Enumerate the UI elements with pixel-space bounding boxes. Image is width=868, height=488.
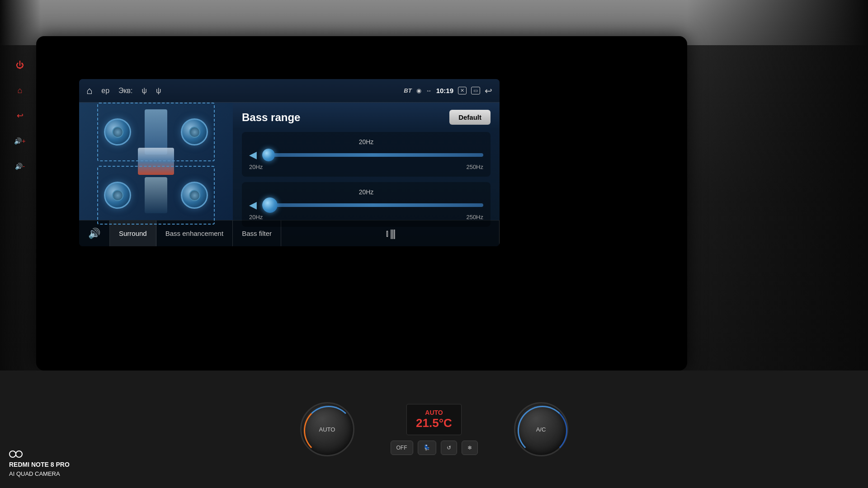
speaker-inner-tl — [112, 127, 123, 138]
control-buttons: OFF 💺 ↺ ❄ — [391, 441, 478, 455]
speaker-inner-bl — [112, 190, 123, 201]
back-side-button[interactable]: ↩ — [14, 109, 26, 122]
car-controls: AUTO AUTO 21.5°C OFF 💺 ↺ ❄ A/C — [0, 371, 868, 488]
screen: ⌂ ер Экв: ψ ψ BT ◉ ↔ 10:19 ✕ ▭ ↩ — [79, 79, 500, 246]
speaker-visual — [88, 94, 224, 229]
close-btn[interactable]: ✕ — [458, 87, 467, 94]
right-panel: Bass range Default 20Hz ◀ 20Hz 250Hz — [233, 103, 500, 220]
default-button[interactable]: Default — [449, 110, 491, 125]
right-ac-dial[interactable]: A/C — [514, 402, 568, 456]
speaker-inner-tr — [189, 127, 200, 138]
temp-value: 21.5°C — [416, 416, 452, 430]
slider2-arrow: ◀ — [249, 199, 257, 211]
slider1-min: 20Hz — [249, 164, 263, 170]
side-buttons: MIC ⏻ ⌂ ↩ 🔊+ 🔊- — [14, 59, 26, 173]
slider2-min: 20Hz — [249, 214, 263, 221]
tab-surround-label: Surround — [119, 230, 147, 237]
air-recirculate-button[interactable]: ↺ — [441, 441, 457, 455]
lens-2 — [15, 450, 23, 458]
panel-header: Bass range Default — [242, 110, 491, 125]
screen-bezel: ⌂ ер Экв: ψ ψ BT ◉ ↔ 10:19 ✕ ▭ ↩ — [36, 36, 687, 371]
defrost-button[interactable]: ❄ — [462, 441, 478, 455]
dial-arc-right — [518, 406, 567, 455]
speaker-box-bottom — [97, 166, 215, 225]
camera-type: AI QUAD CAMERA — [9, 469, 70, 479]
speaker-bottom-left[interactable] — [104, 182, 131, 209]
window-btn[interactable]: ▭ — [471, 87, 480, 94]
speaker-tab-icon: 🔊 — [88, 228, 100, 239]
speaker-inner-br — [189, 190, 200, 201]
left-climate-dial[interactable]: AUTO — [300, 402, 354, 456]
location-icon: ◉ — [416, 87, 421, 94]
slider1-labels: 20Hz 250Hz — [249, 162, 483, 170]
speaker-sub-column — [145, 177, 167, 213]
eq-icon: ⫿ — [385, 228, 390, 239]
back-nav-icon[interactable]: ↩ — [485, 85, 492, 96]
status-area: BT ◉ ↔ 10:19 ✕ ▭ ↩ — [404, 85, 492, 96]
speaker-bottom-right[interactable] — [181, 182, 208, 209]
vol-down-button[interactable]: 🔊- — [14, 160, 26, 173]
clock: 10:19 — [436, 87, 453, 94]
slider-section-1: 20Hz ◀ 20Hz 250Hz — [242, 132, 491, 177]
slider-section-2: 20Hz ◀ 20Hz 250Hz — [242, 182, 491, 227]
speaker-top-left[interactable] — [104, 118, 131, 145]
seat-heat-button[interactable]: 💺 — [418, 441, 436, 455]
eq-sliders-icon: ||| — [390, 228, 395, 239]
slider2-max: 250Hz — [466, 214, 483, 221]
slider1-top-label: 20Hz — [249, 138, 483, 145]
slider1-row: ◀ — [249, 149, 483, 161]
link-icon: ↔ — [426, 87, 432, 94]
slider1-max: 250Hz — [466, 164, 483, 170]
phone-model: REDMI NOTE 8 PRO — [9, 460, 70, 469]
slider1-track[interactable] — [262, 153, 483, 157]
speaker-top-right[interactable] — [181, 118, 208, 145]
panel-title: Bass range — [242, 111, 300, 124]
power-button[interactable]: ⏻ — [14, 59, 26, 71]
slider2-top-label: 20Hz — [249, 188, 483, 196]
camera-icon — [9, 450, 70, 458]
slider2-row: ◀ — [249, 199, 483, 211]
off-button[interactable]: OFF — [391, 441, 413, 455]
tab-bass-filter-label: Bass filter — [242, 230, 272, 237]
climate-center: AUTO 21.5°C OFF 💺 ↺ ❄ — [391, 404, 478, 455]
home-side-button[interactable]: ⌂ — [14, 84, 26, 97]
phone-watermark: REDMI NOTE 8 PRO AI QUAD CAMERA — [9, 450, 70, 479]
tab-bass-enhancement-label: Bass enhancement — [165, 230, 223, 237]
temp-auto-label: AUTO — [416, 409, 452, 416]
main-content: Bass range Default 20Hz ◀ 20Hz 250Hz — [79, 103, 500, 220]
vol-up-button[interactable]: 🔊+ — [14, 135, 26, 147]
slider1-arrow: ◀ — [249, 149, 257, 161]
slider2-labels: 20Hz 250Hz — [249, 212, 483, 221]
bt-icon: BT — [404, 87, 411, 94]
speaker-panel — [79, 103, 233, 220]
dial-arc-left — [304, 406, 354, 455]
temp-display: AUTO 21.5°C — [406, 404, 462, 435]
slider2-thumb[interactable] — [262, 197, 278, 213]
slider2-track[interactable] — [262, 203, 483, 207]
slider1-thumb[interactable] — [262, 149, 275, 161]
